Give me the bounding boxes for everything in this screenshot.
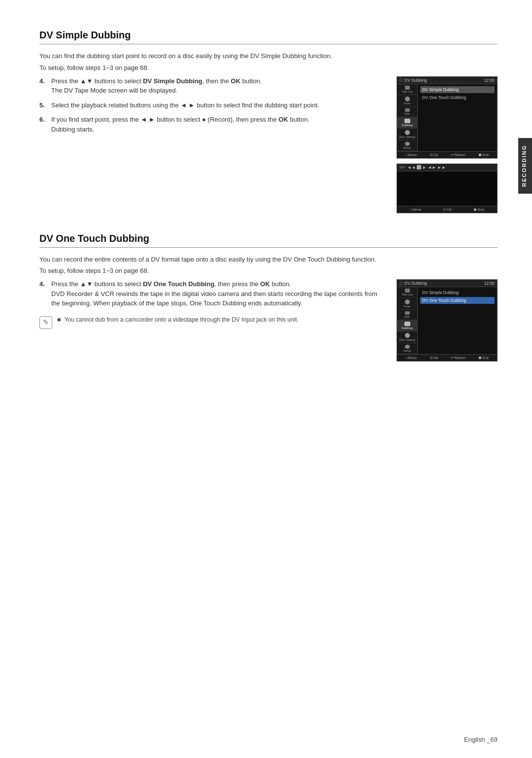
- s2-footer-exit: ⏹ Exit: [478, 356, 489, 360]
- section1-playback-screen: DV ◄◄ ► ◄► ►► ↕ Mo: [397, 164, 498, 213]
- step-4-sub: The DV Tape Mode screen will be displaye…: [51, 87, 177, 94]
- screen1-sidebar: Title List Timer Edit: [397, 84, 418, 151]
- sidebar-disc-label: Disc Setting: [399, 135, 415, 138]
- setup-icon: [405, 142, 410, 146]
- screen2-body: Title List Timer Edit: [397, 287, 497, 354]
- footer-exit-label: Exit: [483, 153, 489, 157]
- step-4-ot-content: Press the ▲▼ buttons to select DV One To…: [51, 279, 387, 308]
- sidebar-title-list: Title List: [397, 84, 417, 95]
- s2-menu-dv-onetouch: DV One Touch Dubbing: [420, 297, 495, 304]
- side-tab-dot: [511, 140, 515, 144]
- dubbing-icon: [404, 119, 410, 123]
- section2-intro: You can record the entire contents of a …: [39, 255, 498, 264]
- step-4-onetouch: 4. Press the ▲▼ buttons to select DV One…: [39, 279, 387, 308]
- s2-sidebar-setup: Setup: [397, 343, 417, 354]
- title-list-icon: [405, 86, 410, 90]
- step-6-sub: Dubbing starts.: [51, 126, 94, 133]
- section2-steps-and-screen: 4. Press the ▲▼ buttons to select DV One…: [39, 279, 498, 362]
- s2-sidebar-edit: Edit: [397, 310, 417, 320]
- s2-footer-return: ↩ Return: [451, 356, 466, 360]
- s2-disc-label: Disc Setting: [399, 338, 415, 341]
- section2-title: DV One Touch Dubbing: [39, 233, 498, 248]
- section1-steps-and-screen: 4. Press the ▲▼ buttons to select DV Sim…: [39, 76, 498, 213]
- screen1-body: Title List Timer Edit: [397, 84, 497, 151]
- section2-screen-area: ⬡ DV Dubbing 12:00 Title List: [397, 279, 498, 362]
- side-tab: RECORDING: [518, 138, 532, 194]
- step-5-num: 5.: [39, 100, 47, 110]
- screen1-content: DV Simple Dubbing DV One Touch Dubbing: [418, 84, 497, 151]
- timer-icon: [405, 97, 410, 101]
- note-text: ■ You cannot dub from a camcorder onto a…: [57, 315, 299, 324]
- button-to-select-label: button to select: [197, 101, 240, 109]
- page-container: RECORDING DV Simple Dubbing You can find…: [0, 0, 532, 758]
- step-4-ot-sub: DVD Recorder & VCR rewinds the tape in t…: [51, 290, 377, 307]
- pb-move-icon: ↕: [410, 207, 412, 212]
- screen1-disc-icon: ⬡: [399, 78, 403, 82]
- sidebar-setup-label: Setup: [403, 146, 411, 149]
- screen2-sidebar: Title List Timer Edit: [397, 287, 418, 354]
- playback-body: [397, 171, 497, 206]
- s2-title-list-label: Title List: [401, 293, 412, 296]
- step-6-simple: 6. If you find start point, press the ◄ …: [39, 115, 387, 134]
- step-5-simple: 5. Select the playback related buttons u…: [39, 100, 387, 110]
- s2-menu-dv-simple: DV Simple Dubbing: [420, 289, 495, 296]
- s2-return-label: Return: [455, 356, 466, 360]
- footer-move-label: Move: [408, 153, 417, 157]
- section2-steps-list: 4. Press the ▲▼ buttons to select DV One…: [39, 279, 387, 329]
- section2-menu-screen: ⬡ DV Dubbing 12:00 Title List: [397, 279, 498, 362]
- sidebar-timer-label: Timer: [403, 102, 411, 105]
- s2-timer-icon: [405, 299, 410, 304]
- section1-title: DV Simple Dubbing: [39, 30, 498, 44]
- section1-steps-list: 4. Press the ▲▼ buttons to select DV Sim…: [39, 76, 387, 139]
- step-6-content: If you find start point, press the ◄ ► b…: [51, 115, 387, 134]
- s2-title-list-icon: [405, 289, 410, 293]
- stop-icon: [417, 165, 421, 169]
- side-tab-label: RECORDING: [521, 145, 527, 187]
- s2-timer-label: Timer: [403, 305, 411, 308]
- ok-icon: ⊙: [430, 153, 433, 157]
- step-5-content: Select the playback related buttons usin…: [51, 100, 387, 110]
- screen1-header: ⬡ DV Dubbing 12:00: [397, 77, 497, 84]
- menu-dv-onetouch: DV One Touch Dubbing: [420, 94, 495, 101]
- note-box: ✎ ■ You cannot dub from a camcorder onto…: [39, 315, 387, 329]
- s2-move-label: Move: [408, 356, 417, 360]
- s2-ok-label: Ok: [433, 356, 438, 360]
- footer-ok-label: Ok: [433, 153, 438, 157]
- screen1-title: DV Dubbing: [404, 78, 427, 83]
- s2-move-icon: ↕: [405, 356, 407, 360]
- s2-footer-move: ↕ Move: [405, 356, 417, 360]
- sidebar-setup: Setup: [397, 140, 417, 151]
- sidebar-dubbing: Dubbing: [397, 117, 417, 129]
- pb-ok-label: Ok: [447, 207, 452, 212]
- pb-ok-icon: ⊙: [443, 207, 446, 212]
- sidebar-title-list-label: Title List: [401, 90, 412, 93]
- s2-dubbing-label: Dubbing: [401, 327, 412, 330]
- section1-setup-note: To setup, follow steps 1~3 on page 68.: [39, 64, 498, 71]
- exit-icon: ⏹: [478, 153, 482, 157]
- playback-header: DV ◄◄ ► ◄► ►►: [397, 164, 497, 171]
- playback-controls-row: ◄◄ ► ◄► ►►: [407, 165, 446, 170]
- s2-setup-icon: [405, 345, 410, 349]
- s2-ok-icon: ⊙: [430, 356, 433, 360]
- s2-sidebar-title-list: Title List: [397, 287, 417, 298]
- s2-disc-icon: [405, 333, 410, 338]
- note-content: You cannot dub from a camcorder onto a v…: [64, 316, 299, 323]
- s2-exit-label: Exit: [483, 356, 489, 360]
- section1-menu-screen: ⬡ DV Dubbing 12:00 Title List: [397, 76, 498, 159]
- section1-screen-area: ⬡ DV Dubbing 12:00 Title List: [397, 76, 498, 213]
- step-4-simple: 4. Press the ▲▼ buttons to select DV Sim…: [39, 76, 387, 96]
- footer-ok: ⊙ Ok: [430, 153, 438, 157]
- step-4-ot-num: 4.: [39, 279, 47, 308]
- footer-return-label: Return: [455, 153, 466, 157]
- s2-sidebar-disc: Disc Setting: [397, 331, 417, 343]
- screen2-header: ⬡ DV Dubbing 12:00: [397, 280, 497, 287]
- play-icon: ►: [422, 165, 427, 170]
- rewind-icon: ◄◄: [407, 165, 416, 170]
- screen1-footer: ↕ Move ⊙ Ok ↩ Return ⏹ E: [397, 151, 497, 158]
- page-number: English _69: [464, 736, 498, 743]
- s2-sidebar-dubbing: Dubbing: [397, 320, 417, 331]
- playback-dv-label: DV: [399, 165, 405, 169]
- sidebar-disc-setting: Disc Setting: [397, 129, 417, 140]
- page-footer: English _69: [464, 736, 498, 743]
- sidebar-edit: Edit: [397, 107, 417, 117]
